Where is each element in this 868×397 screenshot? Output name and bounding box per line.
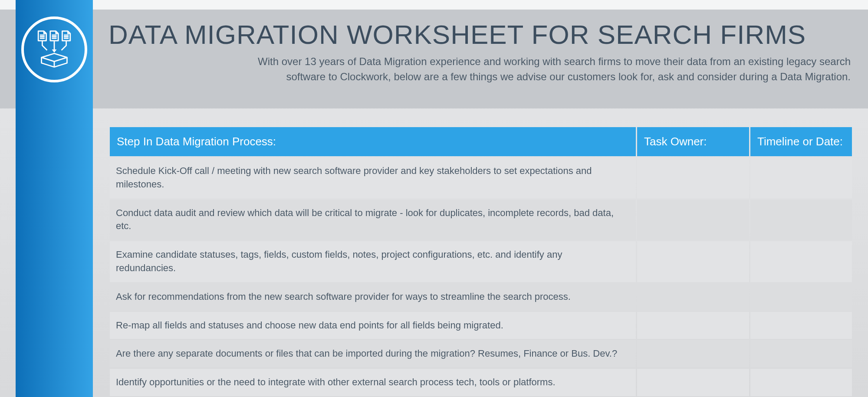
cell-date[interactable] — [750, 369, 852, 396]
accent-bar — [16, 0, 93, 397]
documents-to-box-icon — [34, 30, 74, 69]
cell-date[interactable] — [750, 241, 852, 282]
table-header-row: Step In Data Migration Process: Task Own… — [110, 127, 852, 156]
cell-owner[interactable] — [637, 283, 749, 311]
step-text: Are there any separate documents or file… — [116, 347, 619, 361]
cell-step: Identify opportunities or the need to in… — [110, 369, 636, 396]
step-text: Re-map all fields and statuses and choos… — [116, 319, 619, 332]
table-row: Ask for recommendations from the new sea… — [110, 283, 852, 311]
worksheet-table: Step In Data Migration Process: Task Own… — [108, 126, 853, 397]
svg-marker-9 — [52, 49, 56, 52]
cell-step: Ask for recommendations from the new sea… — [110, 283, 636, 311]
cell-owner[interactable] — [637, 241, 749, 282]
table-row: Re-map all fields and statuses and choos… — [110, 312, 852, 339]
cell-step: Examine candidate statuses, tags, fields… — [110, 241, 636, 282]
cell-date[interactable] — [750, 283, 852, 311]
data-migration-icon — [21, 16, 87, 82]
step-text: Identify opportunities or the need to in… — [116, 376, 619, 389]
table-body: Schedule Kick-Off call / meeting with ne… — [110, 157, 852, 396]
col-header-owner: Task Owner: — [637, 127, 749, 156]
table-row: Are there any separate documents or file… — [110, 340, 852, 367]
cell-step: Re-map all fields and statuses and choos… — [110, 312, 636, 339]
table-row: Schedule Kick-Off call / meeting with ne… — [110, 157, 852, 198]
cell-date[interactable] — [750, 200, 852, 240]
page-subtitle: With over 13 years of Data Migration exp… — [108, 54, 851, 85]
worksheet-table-wrap: Step In Data Migration Process: Task Own… — [108, 126, 851, 397]
cell-owner[interactable] — [637, 200, 749, 240]
step-text: Examine candidate statuses, tags, fields… — [116, 248, 619, 275]
step-text: Conduct data audit and review which data… — [116, 207, 619, 233]
header-text: DATA MIGRATION WORKSHEET FOR SEARCH FIRM… — [108, 19, 851, 85]
col-header-date: Timeline or Date: — [750, 127, 852, 156]
table-row: Conduct data audit and review which data… — [110, 200, 852, 240]
cell-owner[interactable] — [637, 340, 749, 367]
cell-owner[interactable] — [637, 369, 749, 396]
cell-date[interactable] — [750, 312, 852, 339]
page-title: DATA MIGRATION WORKSHEET FOR SEARCH FIRM… — [108, 19, 851, 50]
table-row: Examine candidate statuses, tags, fields… — [110, 241, 852, 282]
col-header-step: Step In Data Migration Process: — [110, 127, 636, 156]
cell-step: Conduct data audit and review which data… — [110, 200, 636, 240]
page: DATA MIGRATION WORKSHEET FOR SEARCH FIRM… — [0, 0, 868, 397]
step-text: Schedule Kick-Off call / meeting with ne… — [116, 164, 619, 191]
cell-step: Schedule Kick-Off call / meeting with ne… — [110, 157, 636, 198]
cell-date[interactable] — [750, 157, 852, 198]
cell-owner[interactable] — [637, 312, 749, 339]
cell-owner[interactable] — [637, 157, 749, 198]
step-text: Ask for recommendations from the new sea… — [116, 290, 619, 304]
cell-step: Are there any separate documents or file… — [110, 340, 636, 367]
table-row: Identify opportunities or the need to in… — [110, 369, 852, 396]
cell-date[interactable] — [750, 340, 852, 367]
top-strip — [0, 0, 868, 10]
